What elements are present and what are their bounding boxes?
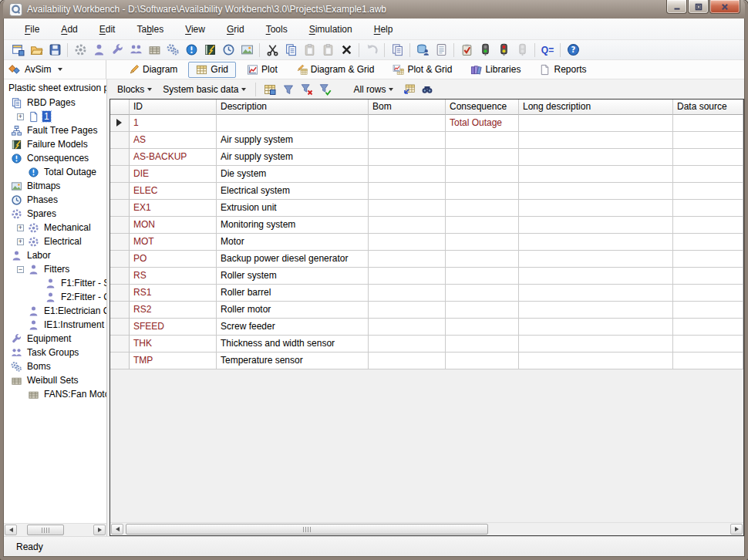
cell-long-description[interactable] bbox=[519, 268, 673, 285]
cell-long-description[interactable] bbox=[519, 336, 673, 353]
cell-long-description[interactable] bbox=[519, 319, 673, 336]
menu-item-add[interactable]: Add bbox=[51, 21, 87, 38]
cell-long-description[interactable] bbox=[519, 149, 673, 166]
tree-item-ie1-instrument-eng[interactable]: IE1:Instrument Eng bbox=[4, 318, 106, 332]
cell-bom[interactable] bbox=[369, 217, 446, 234]
cell-data-source[interactable] bbox=[673, 183, 743, 200]
grid-hscrollbar[interactable] bbox=[110, 522, 743, 535]
bitmaps-icon[interactable] bbox=[238, 42, 256, 59]
boms-icon[interactable] bbox=[163, 42, 182, 59]
cell-bom[interactable] bbox=[369, 183, 446, 200]
stop-simulation-icon[interactable] bbox=[494, 42, 513, 59]
help-icon[interactable] bbox=[564, 42, 582, 59]
select-columns-icon[interactable] bbox=[261, 81, 279, 98]
cell-description[interactable]: Temperature sensor bbox=[217, 353, 369, 369]
cell-bom[interactable] bbox=[369, 200, 446, 217]
goto-row-icon[interactable] bbox=[399, 81, 418, 98]
row-selector[interactable] bbox=[110, 166, 130, 183]
cell-bom[interactable] bbox=[369, 353, 446, 369]
consequences-icon[interactable] bbox=[182, 42, 200, 59]
cell-consequence[interactable] bbox=[446, 234, 519, 251]
cell-bom[interactable] bbox=[369, 132, 446, 149]
tree-item-fans-fan-motors[interactable]: FANS:Fan Motors bbox=[4, 387, 106, 401]
cell-id[interactable]: ELEC bbox=[130, 183, 217, 200]
cell-description[interactable]: Roller motor bbox=[217, 302, 369, 319]
cell-description[interactable]: Electrical system bbox=[217, 183, 369, 200]
row-selector[interactable] bbox=[110, 115, 130, 132]
run-simulation-icon[interactable] bbox=[476, 42, 494, 59]
project-root-label[interactable]: Plastic sheet extrusion pla bbox=[4, 79, 106, 95]
cell-description[interactable]: Monitoring system bbox=[217, 217, 369, 234]
rows-filter-dropdown[interactable]: All rows bbox=[349, 83, 398, 96]
tree-item-rbd-pages[interactable]: RBD Pages bbox=[4, 96, 106, 110]
tree-item-task-groups[interactable]: Task Groups bbox=[4, 346, 106, 359]
cell-description[interactable]: Air supply system bbox=[217, 149, 369, 166]
table-dropdown[interactable]: Blocks bbox=[113, 83, 157, 96]
cell-description[interactable]: Die system bbox=[217, 166, 369, 183]
cell-bom[interactable] bbox=[369, 319, 446, 336]
cell-long-description[interactable] bbox=[519, 183, 673, 200]
cell-bom[interactable] bbox=[369, 285, 446, 302]
cell-id[interactable]: DIE bbox=[130, 166, 217, 183]
tree-item-equipment[interactable]: Equipment bbox=[4, 332, 106, 346]
cell-long-description[interactable] bbox=[519, 302, 673, 319]
cell-description[interactable]: Air supply system bbox=[217, 132, 369, 149]
tab-plot-grid[interactable]: Plot & Grid bbox=[385, 62, 460, 78]
delete-icon[interactable] bbox=[337, 42, 355, 59]
column-header-id[interactable]: ID bbox=[130, 100, 217, 115]
close-button[interactable] bbox=[709, 0, 740, 14]
tab-grid[interactable]: Grid bbox=[188, 62, 236, 78]
cell-consequence[interactable] bbox=[446, 149, 519, 166]
new-project-icon[interactable] bbox=[8, 42, 27, 59]
tree-item-f1-fitter-spe[interactable]: F1:Fitter - Spe bbox=[4, 276, 106, 290]
filter-remove-icon[interactable] bbox=[298, 81, 316, 98]
menu-item-edit[interactable]: Edit bbox=[89, 21, 126, 38]
cell-id[interactable]: THK bbox=[130, 336, 217, 353]
tree-item-e1-electrician-clas[interactable]: E1:Electrician Clas bbox=[4, 304, 106, 318]
cell-id[interactable]: RS1 bbox=[130, 285, 217, 302]
cell-long-description[interactable] bbox=[519, 353, 673, 369]
filter-icon[interactable] bbox=[279, 81, 298, 98]
cell-data-source[interactable] bbox=[673, 115, 743, 132]
cell-id[interactable]: MON bbox=[130, 217, 217, 234]
tree-item-electrical[interactable]: Electrical bbox=[4, 234, 106, 248]
import-database-icon[interactable] bbox=[413, 42, 432, 59]
maximize-button[interactable] bbox=[688, 0, 709, 14]
grid-scroll-thumb[interactable] bbox=[126, 524, 488, 535]
cell-id[interactable]: RS bbox=[130, 268, 217, 285]
menu-item-help[interactable]: Help bbox=[364, 21, 403, 38]
workspace-selector[interactable]: AvSim bbox=[4, 60, 106, 79]
cell-data-source[interactable] bbox=[673, 336, 743, 353]
tree-item-phases[interactable]: Phases bbox=[4, 193, 106, 207]
cell-id[interactable]: AS bbox=[130, 132, 217, 149]
q-equals-icon[interactable]: Q= bbox=[538, 42, 557, 59]
row-selector[interactable] bbox=[110, 353, 130, 369]
column-header-bom[interactable]: Bom bbox=[369, 100, 446, 115]
tree-item-weibull-sets[interactable]: Weibull Sets bbox=[4, 373, 106, 387]
paste-icon[interactable] bbox=[300, 42, 318, 59]
cell-id[interactable]: 1 bbox=[130, 115, 217, 132]
scroll-left-icon[interactable] bbox=[5, 525, 17, 535]
row-selector[interactable] bbox=[110, 302, 130, 319]
cell-data-source[interactable] bbox=[673, 251, 743, 268]
tab-plot[interactable]: Plot bbox=[239, 62, 285, 78]
cell-data-source[interactable] bbox=[673, 149, 743, 166]
menu-item-tables[interactable]: Tables bbox=[126, 21, 174, 38]
cell-consequence[interactable] bbox=[446, 336, 519, 353]
cell-data-source[interactable] bbox=[673, 268, 743, 285]
cell-data-source[interactable] bbox=[673, 285, 743, 302]
row-selector[interactable] bbox=[110, 200, 130, 217]
scroll-left-icon[interactable] bbox=[111, 524, 123, 535]
cell-data-source[interactable] bbox=[673, 217, 743, 234]
cell-id[interactable]: TMP bbox=[130, 353, 217, 369]
tree-item-consequences[interactable]: Consequences bbox=[4, 151, 106, 165]
cell-long-description[interactable] bbox=[519, 115, 673, 132]
tree-item-fitters[interactable]: Fitters bbox=[4, 262, 106, 276]
row-selector[interactable] bbox=[110, 285, 130, 302]
task-groups-icon[interactable] bbox=[126, 42, 145, 59]
cell-description[interactable]: Screw feeder bbox=[217, 319, 369, 336]
cell-id[interactable]: RS2 bbox=[130, 302, 217, 319]
cell-consequence[interactable] bbox=[446, 200, 519, 217]
scroll-right-icon[interactable] bbox=[730, 524, 743, 535]
cell-description[interactable]: Extrusion unit bbox=[217, 200, 369, 217]
